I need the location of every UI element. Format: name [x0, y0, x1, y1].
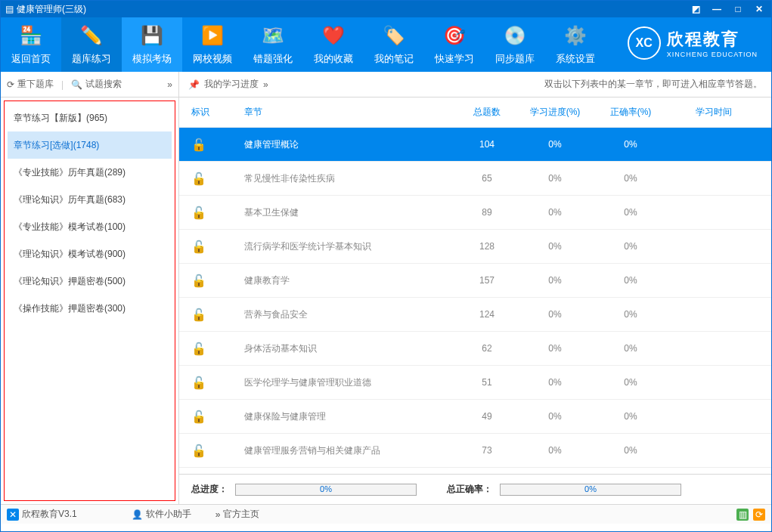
- heart-icon: ❤️: [321, 23, 346, 48]
- chapter-name: 健康教育学: [229, 274, 457, 287]
- sidebar-item[interactable]: 章节练习【新版】(965): [8, 104, 172, 131]
- rate-value: 0%: [593, 411, 668, 422]
- progress-value: 0%: [517, 275, 593, 286]
- col-rate: 正确率(%): [593, 106, 668, 119]
- brand: XC 欣程教育 XINCHENG EDUCATION: [628, 26, 758, 60]
- toolbar-label: 我的收藏: [314, 52, 353, 66]
- rate-value: 0%: [593, 377, 668, 388]
- brand-logo: XC: [628, 26, 661, 60]
- table-row[interactable]: 🔓流行病学和医学统计学基本知识1280%0%: [179, 230, 771, 264]
- home-icon: 🏪: [19, 23, 43, 48]
- reload-icon: ⟳: [7, 79, 14, 90]
- app-version[interactable]: ✕ 欣程教育V3.1: [7, 508, 77, 521]
- table-row[interactable]: 🔓健康保险与健康管理490%0%: [179, 400, 771, 434]
- toolbar-map[interactable]: 🗺️错题强化: [243, 17, 303, 72]
- sync-icon[interactable]: ⟳: [753, 509, 765, 521]
- title-bar: ▤ 健康管理师(三级) ◩ — □ ✕: [1, 1, 771, 17]
- toolbar-pencil[interactable]: ✏️题库练习: [61, 17, 122, 72]
- content: ⟳ 重下题库 | 🔍 试题搜索 » 章节练习【新版】(965)章节练习[选做](…: [1, 72, 771, 504]
- col-flag: 标识: [191, 106, 229, 119]
- minimize-button[interactable]: —: [709, 3, 724, 15]
- brand-name: 欣程教育: [667, 28, 758, 51]
- chapter-name: 健康保险与健康管理: [229, 410, 457, 423]
- sidebar-top: ⟳ 重下题库 | 🔍 试题搜索 »: [1, 72, 178, 97]
- toolbar-tag[interactable]: 🏷️我的笔记: [364, 17, 424, 72]
- main-top-bar: 📌 我的学习进度 » 双击以下列表中的某一章节，即可进入相应章节答题。: [179, 72, 771, 97]
- total-progress-bar: 0%: [235, 484, 417, 496]
- sidebar-item[interactable]: 《理论知识》押题密卷(500): [8, 268, 172, 295]
- rate-value: 0%: [593, 139, 668, 150]
- chapter-name: 流行病学和医学统计学基本知识: [229, 240, 457, 253]
- chapter-table: 标识 章节 总题数 学习进度(%) 正确率(%) 学习时间 🔓健康管理概论104…: [179, 97, 771, 474]
- maximize-button[interactable]: □: [730, 3, 746, 15]
- total-rate-value: 0%: [501, 484, 681, 493]
- table-row[interactable]: 🔓健康管理概论1040%0%: [179, 128, 771, 162]
- rate-value: 0%: [593, 343, 668, 354]
- pin-button[interactable]: ◩: [688, 3, 703, 15]
- toolbar-play[interactable]: ▶️网校视频: [182, 17, 243, 72]
- total-rate-bar: 0%: [500, 484, 681, 496]
- sidebar-item[interactable]: 《操作技能》押题密卷(300): [8, 295, 172, 322]
- chevron-right-icon[interactable]: »: [167, 79, 172, 90]
- reload-button[interactable]: ⟳ 重下题库: [7, 78, 54, 91]
- sidebar-item[interactable]: 章节练习[选做](1748): [8, 131, 172, 159]
- col-time: 学习时间: [668, 106, 759, 119]
- table-row[interactable]: 🔓营养与食品安全1240%0%: [179, 298, 771, 332]
- toolbar-target[interactable]: 🎯快速学习: [424, 17, 485, 72]
- status-bar: ✕ 欣程教育V3.1 👤 软件小助手 » 官方主页 ▥ ⟳: [1, 504, 771, 524]
- play-icon: ▶️: [200, 23, 225, 48]
- table-row[interactable]: 🔓健康教育学1570%0%: [179, 264, 771, 298]
- helper-icon: 👤: [132, 509, 143, 520]
- toolbar-save[interactable]: 💾模拟考场: [122, 17, 182, 72]
- total-count: 73: [457, 445, 517, 456]
- close-button[interactable]: ✕: [752, 3, 767, 15]
- total-count: 104: [457, 139, 517, 150]
- chevron-right-icon: »: [263, 79, 268, 90]
- sidebar-item[interactable]: 《专业技能》历年真题(289): [8, 159, 172, 186]
- status-right: ▥ ⟳: [736, 509, 765, 521]
- search-button[interactable]: 🔍 试题搜索: [71, 78, 122, 91]
- total-count: 157: [457, 275, 517, 286]
- sidebar-item[interactable]: 《理论知识》历年真题(683): [8, 186, 172, 213]
- sidebar-item[interactable]: 《理论知识》模考试卷(900): [8, 240, 172, 268]
- home-link[interactable]: » 官方主页: [215, 508, 260, 521]
- chapter-name: 身体活动基本知识: [229, 342, 457, 355]
- toolbar-disk[interactable]: 💿同步题库: [485, 17, 545, 72]
- rate-value: 0%: [593, 207, 668, 218]
- lock-icon: 🔓: [191, 376, 206, 389]
- chart-icon[interactable]: ▥: [736, 509, 749, 521]
- pin-icon: 📌: [188, 79, 200, 90]
- progress-link[interactable]: 📌 我的学习进度 »: [188, 78, 268, 91]
- table-row[interactable]: 🔓身体活动基本知识620%0%: [179, 332, 771, 366]
- brand-sub: XINCHENG EDUCATION: [667, 51, 758, 58]
- rate-value: 0%: [593, 241, 668, 252]
- sidebar-list: 章节练习【新版】(965)章节练习[选做](1748)《专业技能》历年真题(28…: [4, 101, 175, 501]
- home-label: 官方主页: [223, 508, 259, 521]
- table-row[interactable]: 🔓基本卫生保健890%0%: [179, 196, 771, 230]
- total-count: 124: [457, 309, 517, 320]
- table-row[interactable]: 🔓健康管理服务营销与相关健康产品730%0%: [179, 434, 771, 468]
- progress-value: 0%: [517, 445, 593, 456]
- table-row[interactable]: 🔓医学伦理学与健康管理职业道德510%0%: [179, 366, 771, 400]
- toolbar-gear[interactable]: ⚙️系统设置: [545, 17, 606, 72]
- main-toolbar: 🏪返回首页✏️题库练习💾模拟考场▶️网校视频🗺️错题强化❤️我的收藏🏷️我的笔记…: [1, 17, 771, 72]
- hint-text: 双击以下列表中的某一章节，即可进入相应章节答题。: [544, 78, 762, 91]
- toolbar-label: 错题强化: [253, 52, 293, 66]
- helper-link[interactable]: 👤 软件小助手: [132, 508, 191, 521]
- toolbar-heart[interactable]: ❤️我的收藏: [303, 17, 364, 72]
- lock-icon: 🔓: [191, 308, 206, 321]
- lock-icon: 🔓: [191, 342, 206, 355]
- chevron-right-icon: »: [215, 509, 221, 520]
- progress-label: 我的学习进度: [204, 78, 259, 91]
- helper-label: 软件小助手: [146, 508, 191, 521]
- target-icon: 🎯: [442, 23, 467, 48]
- toolbar-home[interactable]: 🏪返回首页: [1, 17, 61, 72]
- total-count: 65: [457, 173, 517, 184]
- window-title: ▤ 健康管理师(三级): [5, 3, 688, 16]
- table-row[interactable]: 🔓常见慢性非传染性疾病650%0%: [179, 162, 771, 196]
- sidebar-item[interactable]: 《专业技能》模考试卷(100): [8, 213, 172, 240]
- summary-bar: 总进度： 0% 总正确率： 0%: [179, 474, 771, 504]
- rate-value: 0%: [593, 445, 668, 456]
- table-header: 标识 章节 总题数 学习进度(%) 正确率(%) 学习时间: [179, 97, 771, 128]
- reload-label: 重下题库: [17, 78, 54, 91]
